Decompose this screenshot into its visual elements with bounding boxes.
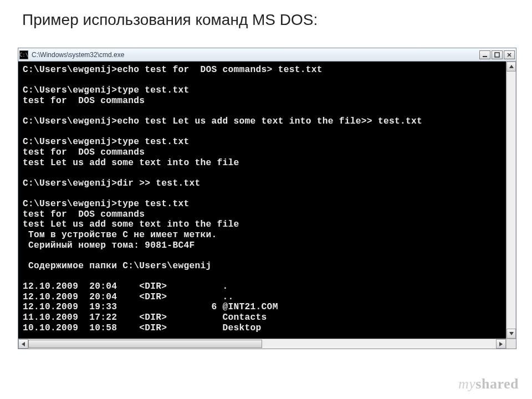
page-heading: Пример использования команд MS DOS: (22, 11, 318, 29)
chevron-down-icon (509, 332, 514, 335)
window-titlebar[interactable]: C:\ C:\Windows\system32\cmd.exe (18, 48, 516, 62)
system-menu-icon[interactable]: C:\ (19, 50, 28, 59)
close-icon (507, 52, 512, 58)
watermark-suffix: shared (475, 376, 519, 392)
horizontal-scrollbar[interactable] (18, 339, 516, 349)
watermark: myshared (458, 376, 519, 392)
vertical-scrollbar[interactable] (506, 62, 516, 339)
terminal-client-area: C:\Users\ewgenij>echo test for DOS comma… (18, 62, 516, 339)
cmd-window: C:\ C:\Windows\system32\cmd.exe C:\Users… (18, 48, 516, 349)
vertical-scroll-thumb[interactable] (508, 71, 515, 329)
scroll-up-button[interactable] (507, 62, 516, 71)
terminal-output[interactable]: C:\Users\ewgenij>echo test for DOS comma… (18, 62, 506, 339)
minimize-button[interactable] (479, 50, 490, 59)
svg-rect-1 (495, 53, 499, 57)
horizontal-scroll-track[interactable] (28, 339, 496, 349)
window-title-text: C:\Windows\system32\cmd.exe (32, 51, 479, 59)
chevron-left-icon (22, 342, 25, 346)
horizontal-scroll-thumb[interactable] (28, 340, 262, 348)
svg-rect-0 (483, 56, 487, 57)
maximize-button[interactable] (492, 50, 503, 59)
scroll-left-button[interactable] (18, 339, 28, 349)
scroll-right-button[interactable] (496, 339, 506, 349)
chevron-right-icon (499, 342, 503, 346)
chevron-up-icon (509, 65, 514, 68)
window-control-buttons (479, 50, 515, 59)
scroll-down-button[interactable] (507, 329, 516, 339)
vertical-scroll-track[interactable] (507, 71, 516, 329)
close-button[interactable] (504, 50, 515, 59)
watermark-prefix: my (458, 376, 475, 392)
minimize-icon (482, 52, 488, 58)
scrollbar-corner (506, 339, 516, 349)
maximize-icon (494, 52, 500, 58)
